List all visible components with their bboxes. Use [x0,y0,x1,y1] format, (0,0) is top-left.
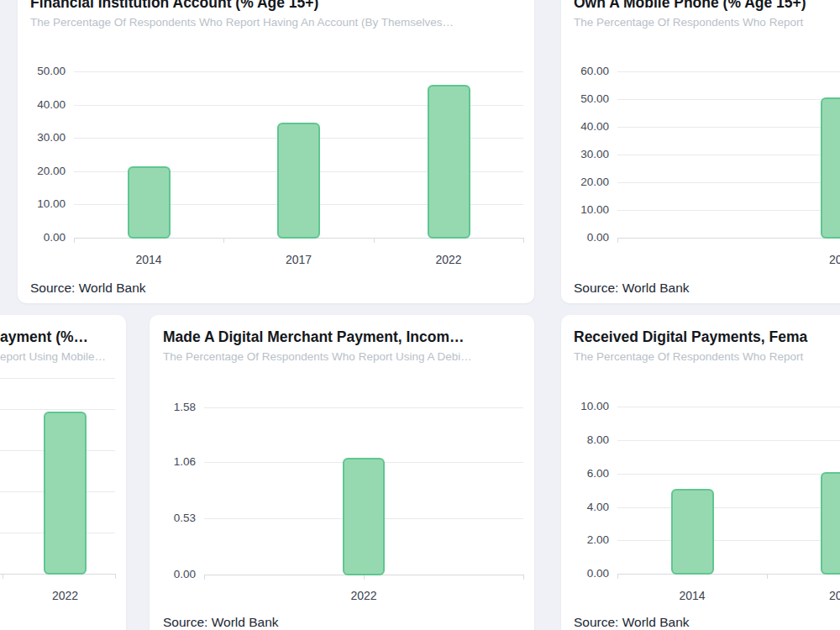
bar [821,472,840,575]
source-label: Source: World Bank [574,280,690,297]
x-axis-tick [115,574,116,579]
bar [343,458,385,575]
gridline [617,99,840,100]
x-axis-tick [3,574,3,579]
chart-card-digital-merchant-payment[interactable]: Made A Digital Merchant Payment, Incom… … [150,315,534,630]
chart-card-financial-account[interactable]: Financial Institution Account (% Age 15+… [18,0,534,303]
x-axis-tick [617,238,618,243]
y-axis-tick-label: 0.53 [150,511,196,526]
y-axis-tick-label: 20.00 [18,164,66,179]
gridline [617,540,840,541]
gridline [617,407,840,407]
chart-card-received-digital-payments[interactable]: Received Digital Payments, Fema The Perc… [561,315,840,630]
y-axis-tick-label: 6.00 [561,466,609,481]
y-axis-tick-label: 4.00 [561,500,609,515]
x-axis-tick [523,575,524,580]
y-axis-tick-label: 0.00 [150,567,196,582]
bar-chart: 0.002.004.006.008.0010.0020142017 [561,315,840,630]
x-axis-category-label: 2017 [829,589,840,603]
gridline [0,378,115,379]
y-axis-tick-label: 10.00 [18,197,66,212]
y-axis-tick-label: 50.00 [561,92,609,107]
x-axis-tick [617,574,618,579]
gridline [617,474,840,475]
x-axis-category-label: 2022 [435,253,461,267]
y-axis-tick-label: 2.00 [561,533,609,548]
x-axis-line [617,238,840,239]
gridline [617,210,840,211]
x-axis-category-label: 2022 [829,253,840,267]
bar [277,123,320,239]
x-axis-tick [223,238,224,243]
gridline [617,127,840,128]
bar [128,166,171,239]
source-label: Source: World Bank [163,614,279,630]
x-axis-category-label: 2022 [52,589,78,603]
y-axis-tick-label: 60.00 [561,64,609,79]
bar-chart: 0.0010.0020.0030.0040.0050.0020142017202… [18,0,534,303]
x-axis-line [617,574,840,575]
y-axis-tick-label: 0.00 [561,566,609,581]
bar [671,489,714,575]
x-axis-category-label: 2022 [350,589,376,603]
y-axis-tick-label: 1.58 [150,400,196,415]
gridline [74,71,523,72]
x-axis-tick [74,238,75,243]
gridline [617,155,840,155]
gridline [617,71,840,72]
gridline [204,407,523,408]
bar [44,412,87,575]
y-axis-tick-label: 30.00 [561,147,609,162]
source-label: Source: World Bank [574,614,690,630]
y-axis-tick-label: 30.00 [18,130,66,145]
gridline [617,507,840,508]
y-axis-tick-label: 8.00 [561,433,609,448]
gridline [617,182,840,183]
bar-chart: 0.0010.0020.0030.0040.0050.0060.002022 [561,0,840,303]
y-axis-tick-label: 40.00 [561,119,609,134]
x-axis-category-label: 2017 [286,253,312,267]
chart-card-mobile-phone[interactable]: Own A Mobile Phone (% Age 15+) The Perce… [561,0,840,303]
y-axis-tick-label: 0.00 [561,230,609,245]
source-label: Source: World Bank [30,280,146,297]
x-axis-tick [523,238,524,243]
bar [428,85,470,239]
x-axis-category-label: 2014 [135,253,161,267]
bar-chart: 2022 [0,315,126,630]
x-axis-tick [767,574,768,579]
chart-card-mobile-payment-partial[interactable]: ayment (%… eport Using Mobile… 2022 [0,315,126,630]
y-axis-tick-label: 10.00 [561,202,609,218]
y-axis-tick-label: 50.00 [18,64,66,79]
bar-chart: 0.000.531.061.582022 [150,315,534,630]
y-axis-tick-label: 0.00 [18,230,66,245]
y-axis-tick-label: 20.00 [561,175,609,190]
gridline [617,440,840,441]
y-axis-tick-label: 10.00 [561,399,609,414]
gridline [0,409,115,410]
y-axis-tick-label: 40.00 [18,97,66,113]
x-axis-category-label: 2014 [679,589,705,603]
y-axis-tick-label: 1.06 [150,454,196,470]
x-axis-tick [374,238,375,243]
dashboard-background: { "colors": { "page_bg": "#f0f1f6", "car… [0,0,840,630]
bar [821,97,840,239]
x-axis-tick [204,575,205,580]
